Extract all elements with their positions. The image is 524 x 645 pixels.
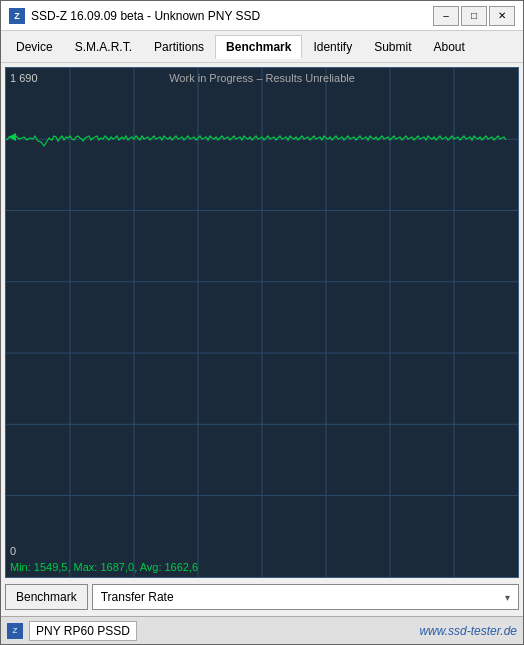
benchmark-chart: 1 690 Work in Progress – Results Unrelia… [5, 67, 519, 578]
menu-bar: Device S.M.A.R.T. Partitions Benchmark I… [1, 31, 523, 63]
maximize-button[interactable]: □ [461, 6, 487, 26]
close-button[interactable]: ✕ [489, 6, 515, 26]
chart-y-min-label: 0 [10, 545, 16, 557]
benchmark-button[interactable]: Benchmark [5, 584, 88, 610]
app-icon: Z [9, 8, 25, 24]
window-title: SSD-Z 16.09.09 beta - Unknown PNY SSD [31, 9, 260, 23]
chevron-down-icon: ▾ [505, 592, 510, 603]
transfer-rate-dropdown[interactable]: Transfer Rate ▾ [92, 584, 519, 610]
minimize-button[interactable]: – [433, 6, 459, 26]
chart-title-label: Work in Progress – Results Unreliable [6, 72, 518, 84]
website-label: www.ssd-tester.de [419, 624, 517, 638]
drive-label: PNY RP60 PSSD [29, 621, 137, 641]
content-area: 1 690 Work in Progress – Results Unrelia… [1, 63, 523, 616]
menu-item-device[interactable]: Device [5, 35, 64, 59]
status-bar: Z PNY RP60 PSSD www.ssd-tester.de [1, 616, 523, 644]
chart-stats-label: Min: 1549,5, Max: 1687,0, Avg: 1662,6 [10, 561, 514, 573]
menu-item-about[interactable]: About [423, 35, 476, 59]
dropdown-value: Transfer Rate [101, 590, 174, 604]
svg-marker-13 [8, 133, 16, 141]
menu-item-benchmark[interactable]: Benchmark [215, 35, 302, 59]
status-app-icon: Z [7, 623, 23, 639]
title-bar-left: Z SSD-Z 16.09.09 beta - Unknown PNY SSD [9, 8, 260, 24]
menu-item-partitions[interactable]: Partitions [143, 35, 215, 59]
menu-item-smart[interactable]: S.M.A.R.T. [64, 35, 143, 59]
menu-item-identify[interactable]: Identify [302, 35, 363, 59]
chart-svg [6, 68, 518, 577]
main-window: Z SSD-Z 16.09.09 beta - Unknown PNY SSD … [0, 0, 524, 645]
window-controls: – □ ✕ [433, 6, 515, 26]
title-bar: Z SSD-Z 16.09.09 beta - Unknown PNY SSD … [1, 1, 523, 31]
menu-item-submit[interactable]: Submit [363, 35, 422, 59]
bottom-controls: Benchmark Transfer Rate ▾ [5, 582, 519, 612]
